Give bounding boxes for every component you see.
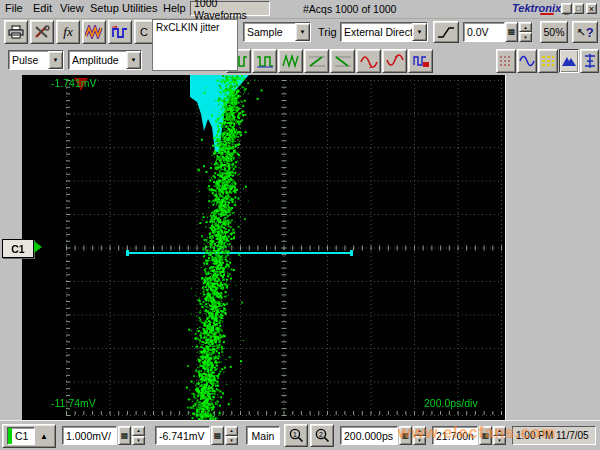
jitter-summary-icon [412,54,430,68]
chevron-down-icon[interactable]: ▼ [295,23,310,41]
trigger-level-field[interactable]: 0.0V [463,22,505,42]
keypad-button[interactable]: ▦ [211,426,224,445]
bottom-voltage-label: -11.74mV [51,397,96,409]
print-button[interactable] [4,20,28,44]
horizontal-position-stepper[interactable]: ▴ ▾ [493,426,506,445]
rise-time-measure-button[interactable] [304,49,329,73]
dots-display-icon [499,55,513,67]
fx-icon: fx [63,24,72,40]
keypad-button[interactable]: ▦ [505,22,518,42]
spinner-up-icon[interactable]: ▴ [132,426,145,436]
keypad-button[interactable]: ▦ [118,426,131,445]
menu-setup[interactable]: Setup [90,2,119,14]
vertical-histogram-icon [561,55,577,67]
spinner-down-icon[interactable]: ▾ [225,436,238,446]
high-crossing-icon [360,54,378,68]
help-pointer-icon: ↖ [576,26,585,39]
trigger-slope-button[interactable] [433,21,459,43]
measurement-type-select[interactable]: Amplitude ▼ [68,50,142,70]
minimize-button[interactable]: _ [561,3,572,14]
tools-button[interactable] [30,20,54,44]
horizontal-histogram-button[interactable] [580,49,599,73]
spinner-up-icon[interactable]: ▴ [519,22,532,32]
timebase-view-field: Main [246,426,280,445]
vertical-position-field[interactable]: -6.741mV [155,426,210,445]
dots-display-button[interactable] [496,49,516,73]
svg-text:2: 2 [319,431,323,438]
trigger-source-select[interactable]: External Direct ▼ [340,22,428,42]
horizontal-position-field[interactable]: 21.700n [432,426,478,445]
negative-width-measure-button[interactable] [252,49,277,73]
measurement-toolbar: Pulse ▼ Amplitude ▼ [0,47,600,75]
spinner-down-icon[interactable]: ▾ [413,436,426,446]
context-help-button[interactable]: ↖ ? [572,21,598,43]
acqs-readout: #Acqs 1000 of 1000 [303,3,396,15]
spinner-down-icon[interactable]: ▾ [132,436,145,446]
timebase-label: 200.0ps/div [424,397,478,409]
burst-width-measure-button[interactable] [278,49,303,73]
magnifier-1-icon: 1 [289,428,304,443]
chevron-down-icon[interactable]: ▼ [412,23,427,41]
chevron-down-icon[interactable]: ▼ [48,51,63,69]
vector-display-icon [519,55,535,67]
oscilloscope-app: File Edit View Setup Utilities Help 1000… [0,0,600,450]
acquisition-mode-select[interactable]: Sample ▼ [243,22,311,42]
keypad-button[interactable]: ▦ [399,426,412,445]
waveform-toolbar-icon [85,25,103,39]
vector-display-button[interactable] [517,49,537,73]
vertical-position-stepper[interactable]: ▴ ▾ [225,426,238,445]
spinner-up-icon[interactable]: ▴ [413,426,426,436]
display-area: -1.741mV -11.74mV 200.0ps/div C1 Wavefor… [0,75,600,420]
svg-text:1: 1 [293,431,297,438]
sidebar: Waveform C1 1.000mV/div WfmDB1 (Main C1 … [505,75,600,420]
graticule-canvas [22,75,505,420]
menu-help[interactable]: Help [163,2,186,14]
low-crossing-measure-button[interactable] [382,49,407,73]
measurement-category-select[interactable]: Pulse ▼ [8,50,64,70]
horizontal-scale-field[interactable]: 200.000ps [340,426,398,445]
channel-marker[interactable]: C1 [2,239,34,258]
vertical-scale-field[interactable]: 1.000mV/ [62,426,117,445]
trigger-level-stepper[interactable]: ▴ ▾ [519,22,532,42]
fall-time-icon [334,54,352,68]
chevron-down-icon[interactable]: ▼ [126,51,141,69]
spinner-down-icon[interactable]: ▾ [519,32,532,42]
zoom1-button[interactable]: 1 [284,424,308,447]
rising-slope-icon [437,25,455,39]
measurement-source-overlay[interactable]: RxCLKIN jitter [152,19,238,71]
toolbar-main: fx C Sample ▼ Trig External Direct ▼ [0,18,600,47]
jitter-button[interactable] [108,20,132,44]
negative-width-icon [256,54,274,68]
intensified-display-button[interactable] [538,49,558,73]
channel-select-button[interactable]: C1 ▲ [2,424,56,448]
vertical-histogram-button[interactable] [559,49,579,73]
math-button[interactable]: fx [56,20,80,44]
rise-time-icon [308,54,326,68]
fall-time-measure-button[interactable] [330,49,355,73]
jitter-summary-measure-button[interactable] [408,49,433,73]
close-button[interactable]: × [586,3,597,14]
spinner-up-icon[interactable]: ▴ [225,426,238,436]
keypad-button[interactable]: ▦ [479,426,492,445]
vertical-scale-stepper[interactable]: ▴ ▾ [132,426,145,445]
intensified-display-icon [541,55,555,67]
spinner-up-icon[interactable]: ▴ [493,426,506,436]
menu-file[interactable]: File [5,2,23,14]
horizontal-histogram-icon [584,54,596,68]
channel-marker-arrow-icon [34,241,42,253]
magnifier-2-icon: 2 [315,428,330,443]
menu-edit[interactable]: Edit [33,2,52,14]
waveform-count-readout: 1000 Waveforms [190,1,270,16]
menu-utilities[interactable]: Utilities [122,2,157,14]
menu-view[interactable]: View [60,2,84,14]
set-fifty-percent-button[interactable]: 50% [540,21,568,43]
measurement-source-label: RxCLKIN jitter [156,22,219,33]
jitter-toolbar-icon [111,25,129,39]
high-crossing-measure-button[interactable] [356,49,381,73]
zoom2-button[interactable]: 2 [310,424,334,447]
top-voltage-label: -1.741mV [51,77,97,89]
waveform-button[interactable] [82,20,106,44]
horizontal-scale-stepper[interactable]: ▴ ▾ [413,426,426,445]
spinner-down-icon[interactable]: ▾ [493,436,506,446]
restore-button[interactable]: □ [573,3,584,14]
